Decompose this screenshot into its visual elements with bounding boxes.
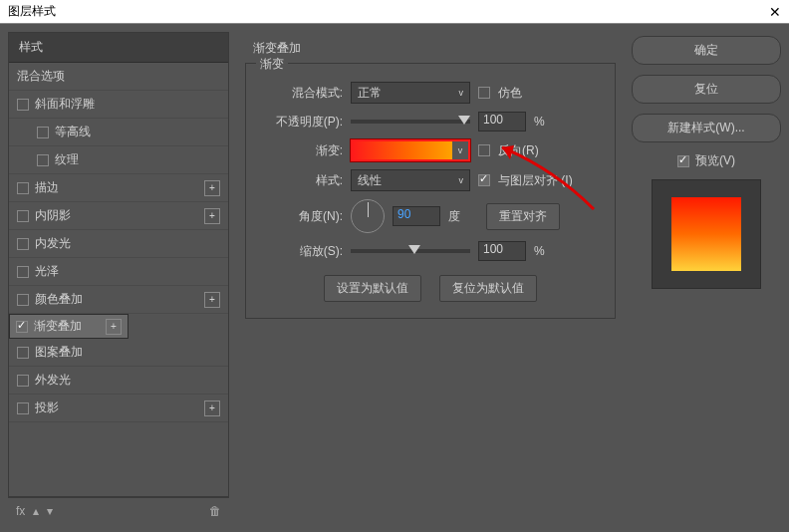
new-style-button[interactable]: 新建样式(W)... [632, 114, 781, 142]
sidebar-item-6[interactable]: 内发光 [9, 230, 228, 258]
sidebar-item-2[interactable]: 等高线 [9, 119, 228, 146]
add-effect-icon[interactable]: + [204, 400, 220, 416]
angle-label: 角度(N): [258, 208, 343, 225]
scale-slider[interactable] [351, 249, 470, 253]
style-label: 内发光 [35, 235, 71, 252]
reset-default-button[interactable]: 复位为默认值 [439, 275, 537, 302]
style-label: 投影 [35, 399, 59, 416]
fx-icon[interactable]: fx [16, 504, 25, 518]
sidebar-item-1[interactable]: 斜面和浮雕 [9, 91, 228, 119]
sidebar-item-3[interactable]: 纹理 [9, 146, 228, 174]
add-effect-icon[interactable]: + [204, 208, 220, 224]
blend-mode-label: 混合模式: [258, 85, 343, 102]
style-select[interactable]: 线性v [351, 169, 470, 191]
style-checkbox[interactable] [17, 99, 29, 111]
gradient-label: 渐变: [258, 142, 343, 159]
gradient-picker[interactable]: v [351, 139, 470, 161]
down-icon[interactable]: ▾ [47, 504, 53, 518]
style-checkbox[interactable] [37, 154, 49, 166]
titlebar: 图层样式 ✕ [0, 0, 789, 24]
style-label: 样式: [258, 172, 343, 189]
opacity-slider[interactable] [351, 120, 470, 124]
style-checkbox[interactable] [17, 294, 29, 306]
style-checkbox[interactable] [17, 238, 29, 250]
sidebar-item-9[interactable]: 渐变叠加+ [9, 314, 129, 339]
fieldset-legend: 渐变 [256, 56, 288, 73]
dither-checkbox[interactable] [478, 87, 490, 99]
sidebar-item-10[interactable]: 图案叠加 [9, 339, 228, 367]
opacity-label: 不透明度(P): [258, 114, 343, 131]
set-default-button[interactable]: 设置为默认值 [324, 275, 421, 302]
preview-checkbox[interactable] [677, 155, 689, 167]
style-checkbox[interactable] [16, 321, 28, 333]
chevron-down-icon: v [459, 88, 464, 98]
reverse-checkbox[interactable] [478, 144, 490, 156]
style-checkbox[interactable] [17, 210, 29, 222]
trash-icon[interactable]: 🗑 [209, 504, 221, 518]
sidebar-footer: fx ▴ ▾ 🗑 [8, 497, 229, 524]
sidebar-item-5[interactable]: 内阴影+ [9, 202, 228, 230]
align-checkbox[interactable] [478, 174, 490, 186]
style-checkbox[interactable] [17, 375, 29, 387]
style-label: 图案叠加 [35, 344, 83, 361]
reset-align-button[interactable]: 重置对齐 [486, 203, 560, 230]
reverse-label: 反向(R) [498, 142, 539, 159]
action-panel: 确定 复位 新建样式(W)... 预览(V) [632, 32, 781, 524]
add-effect-icon[interactable]: + [204, 180, 220, 196]
sidebar-item-8[interactable]: 颜色叠加+ [9, 286, 228, 314]
style-label: 纹理 [55, 151, 79, 168]
style-label: 外发光 [35, 372, 71, 389]
sidebar-header: 样式 [9, 33, 228, 63]
chevron-down-icon: v [452, 141, 468, 159]
style-label: 描边 [35, 179, 59, 196]
window-title: 图层样式 [8, 3, 56, 20]
styles-sidebar: 样式 混合选项斜面和浮雕等高线纹理描边+内阴影+内发光光泽颜色叠加+渐变叠加+图… [8, 32, 229, 524]
sidebar-item-12[interactable]: 投影+ [9, 395, 228, 422]
sidebar-item-11[interactable]: 外发光 [9, 367, 228, 395]
angle-dial[interactable] [351, 199, 385, 233]
sidebar-item-7[interactable]: 光泽 [9, 258, 228, 286]
section-title: 渐变叠加 [245, 36, 616, 63]
dither-label: 仿色 [498, 85, 522, 102]
style-label: 等高线 [55, 124, 91, 140]
style-label: 内阴影 [35, 207, 71, 224]
style-checkbox[interactable] [17, 182, 29, 194]
opacity-input[interactable]: 100 [478, 112, 526, 132]
sidebar-item-0[interactable]: 混合选项 [9, 63, 228, 91]
style-checkbox[interactable] [37, 127, 49, 138]
angle-input[interactable]: 90 [393, 206, 440, 226]
close-icon[interactable]: ✕ [769, 4, 781, 20]
blend-mode-select[interactable]: 正常v [351, 82, 470, 104]
up-icon[interactable]: ▴ [33, 504, 39, 518]
style-checkbox[interactable] [17, 402, 29, 414]
settings-panel: 渐变叠加 渐变 混合模式: 正常v 仿色 不透明度(P): 100 % 渐变: … [237, 32, 624, 524]
style-label: 光泽 [35, 263, 59, 280]
add-effect-icon[interactable]: + [106, 319, 122, 335]
style-label: 混合选项 [17, 68, 65, 85]
style-label: 颜色叠加 [35, 291, 83, 308]
sidebar-item-4[interactable]: 描边+ [9, 174, 228, 202]
ok-button[interactable]: 确定 [632, 36, 781, 65]
cancel-button[interactable]: 复位 [632, 75, 781, 104]
style-label: 斜面和浮雕 [35, 96, 95, 113]
align-label: 与图层对齐 (I) [498, 172, 573, 189]
add-effect-icon[interactable]: + [204, 292, 220, 308]
style-label: 渐变叠加 [34, 318, 82, 335]
scale-input[interactable]: 100 [478, 241, 526, 261]
scale-label: 缩放(S): [258, 243, 343, 260]
preview-label: 预览(V) [695, 152, 735, 169]
style-checkbox[interactable] [17, 347, 29, 359]
chevron-down-icon: v [459, 175, 464, 185]
style-checkbox[interactable] [17, 266, 29, 278]
preview-swatch [652, 179, 761, 289]
